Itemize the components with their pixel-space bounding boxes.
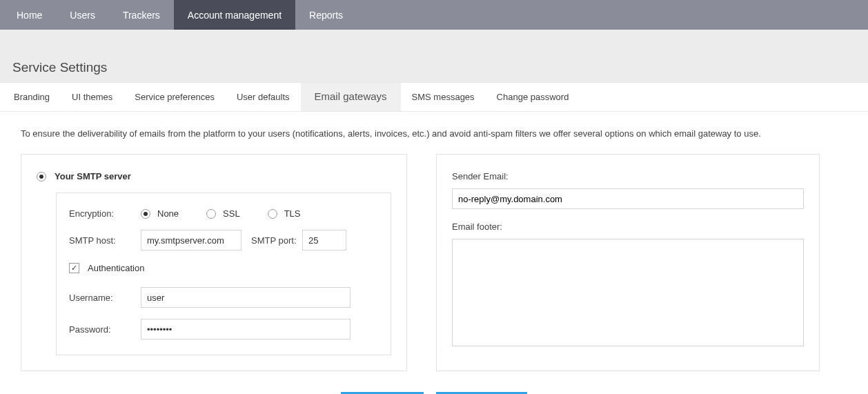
- password-label: Password:: [69, 324, 141, 335]
- sender-panel: Sender Email: Email footer:: [436, 154, 820, 371]
- sender-email-label: Sender Email:: [452, 171, 804, 181]
- nav-trackers[interactable]: Trackers: [109, 0, 174, 30]
- smtp-server-label: Your SMTP server: [55, 171, 131, 181]
- encryption-group: None SSL TLS: [141, 208, 301, 219]
- smtp-host-label: SMTP host:: [69, 235, 141, 246]
- sub-tabs: Branding UI themes Service preferences U…: [0, 82, 868, 112]
- top-nav: Home Users Trackers Account management R…: [0, 0, 868, 30]
- page-title: Service Settings: [12, 60, 856, 75]
- content: To ensure the deliverability of emails f…: [0, 112, 868, 378]
- nav-reports[interactable]: Reports: [295, 0, 357, 30]
- email-footer-label: Email footer:: [452, 221, 804, 232]
- authentication-label: Authentication: [88, 263, 144, 273]
- encryption-none-radio[interactable]: [141, 209, 150, 219]
- panels: Your SMTP server Encryption: None SSL: [21, 154, 847, 371]
- tab-ui-themes[interactable]: UI themes: [61, 83, 124, 111]
- button-row: Save settings Send test email: [0, 378, 868, 394]
- smtp-port-input[interactable]: [302, 230, 346, 250]
- page-title-bar: Service Settings: [0, 50, 868, 82]
- tab-change-password[interactable]: Change password: [486, 83, 580, 111]
- encryption-none-label: None: [157, 208, 179, 219]
- smtp-port-label: SMTP port:: [251, 235, 302, 246]
- username-input[interactable]: [141, 287, 351, 308]
- encryption-ssl-radio[interactable]: [206, 209, 216, 219]
- authentication-checkbox[interactable]: ✓: [69, 263, 79, 273]
- nav-users[interactable]: Users: [56, 0, 109, 30]
- tab-branding[interactable]: Branding: [3, 83, 61, 111]
- email-footer-textarea[interactable]: [452, 239, 804, 346]
- tab-email-gateways[interactable]: Email gateways: [301, 83, 401, 111]
- sender-email-input[interactable]: [452, 188, 804, 209]
- encryption-ssl-label: SSL: [223, 208, 240, 219]
- smtp-server-radio[interactable]: [37, 172, 46, 181]
- encryption-tls-radio[interactable]: [268, 209, 277, 219]
- password-input[interactable]: [141, 319, 351, 339]
- tab-user-defaults[interactable]: User defaults: [226, 83, 301, 111]
- tab-sms-messages[interactable]: SMS messages: [401, 83, 486, 111]
- username-label: Username:: [69, 293, 141, 303]
- smtp-inner-box: Encryption: None SSL TLS: [56, 193, 391, 355]
- nav-account-management[interactable]: Account management: [174, 0, 295, 30]
- encryption-tls-label: TLS: [284, 208, 301, 219]
- smtp-panel: Your SMTP server Encryption: None SSL: [21, 154, 407, 371]
- intro-text: To ensure the deliverability of emails f…: [21, 128, 847, 139]
- tab-service-preferences[interactable]: Service preferences: [124, 83, 226, 111]
- nav-home[interactable]: Home: [3, 0, 56, 30]
- header-spacer: [0, 30, 868, 50]
- encryption-label: Encryption:: [69, 208, 141, 219]
- smtp-host-input[interactable]: [141, 230, 241, 250]
